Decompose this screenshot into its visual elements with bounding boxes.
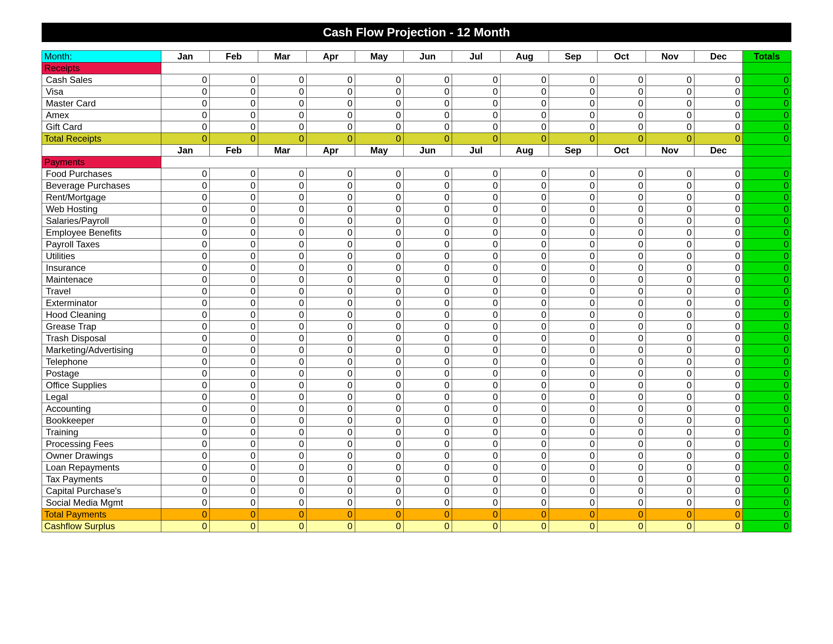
data-cell[interactable]: 0 — [452, 380, 500, 391]
data-cell[interactable]: 0 — [500, 368, 548, 380]
data-cell[interactable]: 0 — [258, 415, 306, 427]
data-cell[interactable]: 0 — [452, 462, 500, 473]
data-cell[interactable]: 0 — [355, 368, 403, 380]
data-cell[interactable]: 0 — [646, 109, 694, 121]
data-cell[interactable]: 0 — [161, 180, 209, 192]
data-cell[interactable]: 0 — [258, 356, 306, 368]
data-cell[interactable]: 0 — [306, 109, 355, 121]
data-cell[interactable]: 0 — [694, 250, 743, 262]
data-cell[interactable]: 0 — [500, 250, 548, 262]
data-cell[interactable]: 0 — [694, 297, 743, 309]
data-cell[interactable]: 0 — [694, 415, 743, 427]
data-cell[interactable]: 0 — [500, 74, 548, 86]
data-cell[interactable]: 0 — [258, 333, 306, 345]
data-cell[interactable]: 0 — [209, 485, 258, 497]
data-cell[interactable]: 0 — [258, 250, 306, 262]
data-cell[interactable]: 0 — [403, 438, 452, 450]
data-cell[interactable]: 0 — [355, 180, 403, 192]
data-cell[interactable]: 0 — [548, 427, 597, 438]
data-cell[interactable]: 0 — [597, 203, 646, 215]
data-cell[interactable]: 0 — [694, 450, 743, 462]
data-cell[interactable]: 0 — [161, 497, 209, 509]
data-cell[interactable]: 0 — [306, 274, 355, 286]
data-cell[interactable]: 0 — [597, 497, 646, 509]
data-cell[interactable]: 0 — [646, 262, 694, 274]
data-cell[interactable]: 0 — [209, 180, 258, 192]
data-cell[interactable]: 0 — [258, 485, 306, 497]
data-cell[interactable]: 0 — [597, 297, 646, 309]
data-cell[interactable]: 0 — [452, 168, 500, 180]
data-cell[interactable]: 0 — [161, 74, 209, 86]
data-cell[interactable]: 0 — [452, 203, 500, 215]
data-cell[interactable]: 0 — [597, 262, 646, 274]
data-cell[interactable]: 0 — [452, 297, 500, 309]
data-cell[interactable]: 0 — [403, 380, 452, 391]
data-cell[interactable]: 0 — [209, 380, 258, 391]
data-cell[interactable]: 0 — [500, 168, 548, 180]
data-cell[interactable]: 0 — [355, 74, 403, 86]
data-cell[interactable]: 0 — [646, 415, 694, 427]
data-cell[interactable]: 0 — [403, 297, 452, 309]
data-cell[interactable]: 0 — [452, 391, 500, 403]
data-cell[interactable]: 0 — [209, 403, 258, 415]
data-cell[interactable]: 0 — [306, 356, 355, 368]
data-cell[interactable]: 0 — [258, 321, 306, 333]
data-cell[interactable]: 0 — [306, 333, 355, 345]
data-cell[interactable]: 0 — [355, 109, 403, 121]
data-cell[interactable]: 0 — [403, 391, 452, 403]
data-cell[interactable]: 0 — [694, 368, 743, 380]
data-cell[interactable]: 0 — [161, 427, 209, 438]
data-cell[interactable]: 0 — [548, 438, 597, 450]
data-cell[interactable]: 0 — [694, 121, 743, 133]
data-cell[interactable]: 0 — [548, 74, 597, 86]
data-cell[interactable]: 0 — [548, 262, 597, 274]
data-cell[interactable]: 0 — [646, 321, 694, 333]
data-cell[interactable]: 0 — [452, 485, 500, 497]
data-cell[interactable]: 0 — [306, 438, 355, 450]
data-cell[interactable]: 0 — [452, 121, 500, 133]
data-cell[interactable]: 0 — [500, 391, 548, 403]
data-cell[interactable]: 0 — [306, 473, 355, 485]
data-cell[interactable]: 0 — [355, 227, 403, 239]
data-cell[interactable]: 0 — [161, 274, 209, 286]
data-cell[interactable]: 0 — [258, 227, 306, 239]
data-cell[interactable]: 0 — [258, 109, 306, 121]
data-cell[interactable]: 0 — [694, 227, 743, 239]
data-cell[interactable]: 0 — [209, 321, 258, 333]
data-cell[interactable]: 0 — [500, 333, 548, 345]
data-cell[interactable]: 0 — [258, 192, 306, 203]
data-cell[interactable]: 0 — [694, 333, 743, 345]
data-cell[interactable]: 0 — [452, 321, 500, 333]
data-cell[interactable]: 0 — [161, 403, 209, 415]
data-cell[interactable]: 0 — [597, 345, 646, 356]
data-cell[interactable]: 0 — [500, 203, 548, 215]
data-cell[interactable]: 0 — [209, 250, 258, 262]
data-cell[interactable]: 0 — [258, 286, 306, 297]
data-cell[interactable]: 0 — [548, 274, 597, 286]
data-cell[interactable]: 0 — [209, 462, 258, 473]
data-cell[interactable]: 0 — [161, 215, 209, 227]
data-cell[interactable]: 0 — [646, 427, 694, 438]
data-cell[interactable]: 0 — [646, 333, 694, 345]
data-cell[interactable]: 0 — [694, 203, 743, 215]
data-cell[interactable]: 0 — [209, 86, 258, 98]
data-cell[interactable]: 0 — [355, 333, 403, 345]
data-cell[interactable]: 0 — [161, 86, 209, 98]
data-cell[interactable]: 0 — [161, 321, 209, 333]
data-cell[interactable]: 0 — [597, 427, 646, 438]
data-cell[interactable]: 0 — [403, 368, 452, 380]
data-cell[interactable]: 0 — [694, 321, 743, 333]
data-cell[interactable]: 0 — [452, 180, 500, 192]
data-cell[interactable]: 0 — [646, 368, 694, 380]
data-cell[interactable]: 0 — [452, 98, 500, 109]
data-cell[interactable]: 0 — [452, 333, 500, 345]
data-cell[interactable]: 0 — [403, 250, 452, 262]
data-cell[interactable]: 0 — [646, 297, 694, 309]
data-cell[interactable]: 0 — [258, 262, 306, 274]
data-cell[interactable]: 0 — [597, 309, 646, 321]
data-cell[interactable]: 0 — [548, 297, 597, 309]
data-cell[interactable]: 0 — [597, 121, 646, 133]
data-cell[interactable]: 0 — [548, 215, 597, 227]
data-cell[interactable]: 0 — [452, 356, 500, 368]
data-cell[interactable]: 0 — [306, 391, 355, 403]
